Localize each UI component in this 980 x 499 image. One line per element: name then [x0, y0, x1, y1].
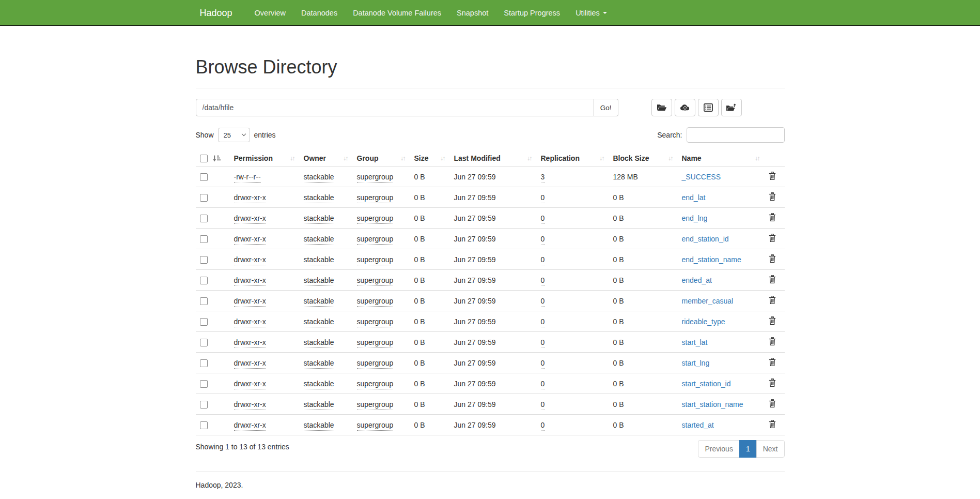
- owner-value: stackable: [304, 214, 334, 224]
- nav-item-snapshot[interactable]: Snapshot: [449, 0, 496, 26]
- directory-path-input[interactable]: [196, 99, 594, 116]
- row-checkbox[interactable]: [200, 421, 208, 429]
- folder-open-icon: [657, 103, 667, 112]
- file-name-link[interactable]: end_lat: [682, 193, 706, 202]
- delete-button[interactable]: [769, 192, 776, 201]
- pagination-page-1[interactable]: 1: [740, 440, 757, 458]
- trash-icon: [769, 358, 776, 366]
- caret-down-icon: [603, 12, 607, 14]
- row-checkbox[interactable]: [200, 401, 208, 409]
- table-row: drwxr-xr-x stackable supergroup 0 B Jun …: [196, 291, 785, 311]
- block-size-value: 0 B: [609, 249, 678, 270]
- row-checkbox[interactable]: [200, 235, 208, 243]
- delete-button[interactable]: [769, 254, 776, 263]
- nav-item-datanodes[interactable]: Datanodes: [293, 0, 345, 26]
- nav-item-startup-progress[interactable]: Startup Progress: [496, 0, 568, 26]
- row-checkbox[interactable]: [200, 215, 208, 222]
- pagination-previous[interactable]: Previous: [698, 440, 739, 458]
- column-header-size[interactable]: Size ↓↑: [410, 150, 450, 167]
- column-header-owner[interactable]: Owner ↓↑: [300, 150, 353, 167]
- row-checkbox[interactable]: [200, 256, 208, 264]
- replication-value: 3: [541, 173, 545, 183]
- nav-item-utilities[interactable]: Utilities: [568, 0, 615, 26]
- move-button[interactable]: [721, 99, 742, 116]
- upload-files-button[interactable]: [675, 99, 695, 116]
- delete-button[interactable]: [769, 399, 776, 407]
- column-header-permission[interactable]: Permission ↓↑: [230, 150, 300, 167]
- file-name-link[interactable]: start_lat: [682, 338, 708, 346]
- replication-value: 0: [541, 297, 545, 307]
- file-name-link[interactable]: start_station_id: [682, 380, 731, 388]
- owner-value: stackable: [304, 255, 334, 265]
- block-size-value: 0 B: [609, 208, 678, 229]
- nav-item-overview[interactable]: Overview: [247, 0, 293, 26]
- group-value: supergroup: [357, 421, 394, 431]
- nav-item-datanode-volume-failures[interactable]: Datanode Volume Failures: [345, 0, 449, 26]
- row-checkbox[interactable]: [200, 339, 208, 346]
- delete-button[interactable]: [769, 337, 776, 345]
- row-checkbox[interactable]: [200, 277, 208, 284]
- row-checkbox[interactable]: [200, 194, 208, 202]
- file-name-link[interactable]: start_lng: [682, 359, 710, 367]
- delete-button[interactable]: [769, 358, 776, 366]
- sort-icons-icon: ↓↑: [755, 155, 760, 162]
- file-name-link[interactable]: ended_at: [682, 276, 712, 284]
- delete-button[interactable]: [769, 420, 776, 428]
- file-name-link[interactable]: start_station_name: [682, 400, 743, 409]
- select-all-header[interactable]: [196, 150, 230, 167]
- group-value: supergroup: [357, 338, 394, 348]
- owner-value: stackable: [304, 173, 334, 183]
- file-name-link[interactable]: _SUCCESS: [682, 173, 721, 181]
- select-all-checkbox[interactable]: [200, 155, 208, 162]
- delete-button[interactable]: [769, 379, 776, 387]
- column-header-replication[interactable]: Replication ↓↑: [537, 150, 609, 167]
- delete-button[interactable]: [769, 296, 776, 304]
- brand-hadoop[interactable]: Hadoop: [196, 0, 238, 26]
- cloud-upload-icon: [680, 103, 690, 112]
- row-checkbox[interactable]: [200, 173, 208, 181]
- file-name-link[interactable]: rideable_type: [682, 317, 725, 326]
- file-name-link[interactable]: member_casual: [682, 297, 734, 305]
- owner-value: stackable: [304, 297, 334, 307]
- pagination-next[interactable]: Next: [757, 440, 785, 458]
- file-name-link[interactable]: end_station_name: [682, 255, 741, 264]
- last-modified-value: Jun 27 09:59: [450, 167, 537, 187]
- replication-value: 0: [541, 317, 545, 327]
- cut-paste-button[interactable]: [698, 99, 719, 116]
- create-directory-button[interactable]: [651, 99, 672, 116]
- delete-button[interactable]: [769, 275, 776, 283]
- row-checkbox[interactable]: [200, 359, 208, 367]
- column-header-last-modified[interactable]: Last Modified ↓↑: [450, 150, 537, 167]
- replication-value: 0: [541, 380, 545, 389]
- file-name-link[interactable]: started_at: [682, 421, 714, 429]
- group-value: supergroup: [357, 380, 394, 389]
- page-size-select[interactable]: 25: [218, 128, 250, 142]
- column-header-block-size[interactable]: Block Size ↓↑: [609, 150, 678, 167]
- delete-button[interactable]: [769, 172, 776, 180]
- owner-value: stackable: [304, 380, 334, 389]
- search-input[interactable]: [687, 127, 785, 143]
- delete-button[interactable]: [769, 234, 776, 242]
- size-value: 0 B: [410, 270, 450, 291]
- delete-button[interactable]: [769, 316, 776, 325]
- folder-move-icon: [726, 103, 737, 112]
- size-value: 0 B: [410, 229, 450, 249]
- row-checkbox[interactable]: [200, 318, 208, 326]
- file-name-link[interactable]: end_station_id: [682, 235, 729, 243]
- row-checkbox[interactable]: [200, 380, 208, 388]
- go-button[interactable]: Go!: [594, 99, 618, 116]
- group-value: supergroup: [357, 400, 394, 410]
- table-row: drwxr-xr-x stackable supergroup 0 B Jun …: [196, 270, 785, 291]
- replication-value: 0: [541, 235, 545, 245]
- last-modified-value: Jun 27 09:59: [450, 270, 537, 291]
- page-title: Browse Directory: [196, 57, 785, 78]
- file-name-link[interactable]: end_lng: [682, 214, 708, 222]
- column-header-group[interactable]: Group ↓↑: [353, 150, 410, 167]
- group-value: supergroup: [357, 193, 394, 203]
- row-checkbox[interactable]: [200, 297, 208, 305]
- replication-value: 0: [541, 400, 545, 410]
- permission-value: drwxr-xr-x: [234, 276, 266, 286]
- sort-icons-icon: ↓↑: [668, 155, 674, 162]
- delete-button[interactable]: [769, 213, 776, 221]
- column-header-name[interactable]: Name ↓↑: [678, 150, 765, 167]
